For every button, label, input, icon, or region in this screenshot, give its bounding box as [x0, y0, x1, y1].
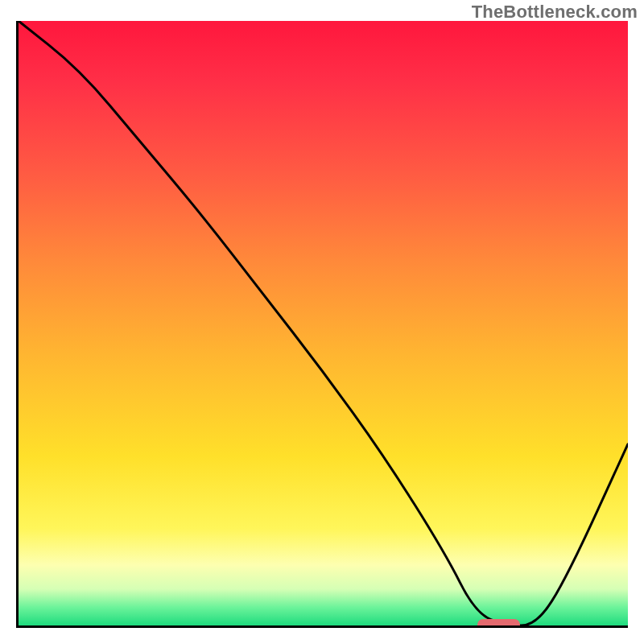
optimum-marker: [477, 619, 520, 628]
chart-canvas: TheBottleneck.com: [0, 0, 644, 644]
watermark-text: TheBottleneck.com: [472, 2, 638, 23]
curve-path: [19, 21, 628, 625]
plot-area: [16, 21, 628, 628]
series-curve: [19, 21, 628, 625]
